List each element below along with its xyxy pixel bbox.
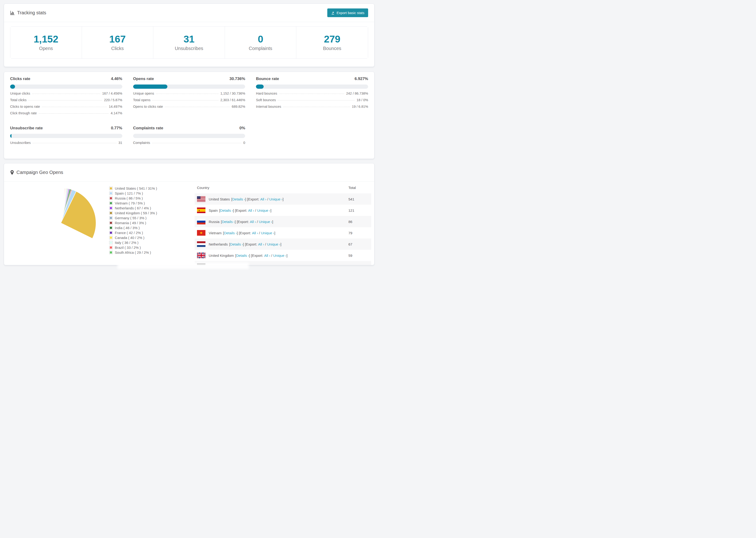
page-title: Tracking stats (17, 10, 46, 16)
bracket: ] (274, 231, 275, 235)
details-link[interactable]: Details › (230, 242, 243, 246)
country-cell: ★Vietnam[Details ›] [Export: All › / Uni… (197, 230, 349, 236)
rate-progress-track (256, 84, 368, 89)
rate-panel-title: Complaints rate (133, 126, 163, 131)
summary-value: 1,152 (33, 34, 58, 45)
export-unique-link[interactable]: Unique › (273, 253, 287, 257)
rate-progress-fill (10, 84, 15, 89)
bracket: ] [Export: (249, 253, 264, 257)
export-unique-link[interactable]: Unique › (259, 220, 272, 224)
country-cell: Netherlands[Details ›] [Export: All › / … (197, 241, 349, 247)
details-link[interactable]: Details › (220, 208, 233, 212)
dotted-leader (42, 107, 107, 107)
table-row: United Kingdom[Details ›] [Export: All ›… (195, 250, 371, 261)
legend-item: Germany ( 55 / 3% ) (109, 215, 157, 220)
detail-value: 18 / 0% (357, 98, 368, 102)
detail-value: 220 / 5.87% (104, 98, 122, 102)
detail-value: 689.82% (232, 105, 245, 108)
detail-label: Total clicks (10, 98, 27, 102)
rate-panel-title-row: Clicks rate4.46% (10, 77, 122, 81)
flag-es (197, 207, 205, 213)
flag-nl (197, 241, 205, 247)
export-all-link[interactable]: All › (258, 242, 264, 246)
export-all-link[interactable]: All › (252, 231, 258, 235)
export-unique-link[interactable]: Unique › (261, 231, 274, 235)
rate-progress-track (10, 134, 122, 138)
details-link[interactable]: Details › (222, 220, 235, 224)
geo-opens-pie-chart[interactable] (23, 186, 98, 260)
details-link[interactable]: Details › (232, 197, 245, 201)
detail-value: 14.497% (109, 105, 122, 108)
legend-swatch (109, 221, 113, 225)
legend-swatch-color (110, 246, 112, 248)
export-all-link[interactable]: All › (250, 220, 256, 224)
total-cell: 86 (349, 220, 371, 224)
country-name: Russia (209, 220, 220, 224)
country-name: Vietnam (209, 231, 222, 235)
legend-label: India ( 46 / 3% ) (115, 226, 140, 230)
summary-value: 0 (258, 34, 263, 45)
country-name: United Kingdom (209, 253, 234, 257)
rate-panel-unsubscribe-rate: Unsubscribe rate0.77%Unsubscribes31 (10, 126, 122, 147)
detail-label: Unique clicks (10, 91, 30, 95)
export-all-link[interactable]: All › (260, 197, 266, 201)
legend-swatch-color (110, 192, 112, 194)
details-link[interactable]: Details › (224, 231, 237, 235)
export-button-label: Export basic stats (337, 11, 364, 15)
legend-item: Spain ( 121 / 7% ) (109, 191, 157, 196)
summary-label: Clicks (111, 46, 124, 51)
legend-swatch-color (110, 217, 112, 219)
bracket: ] (287, 253, 287, 257)
legend-swatch (109, 236, 113, 240)
bracket: ] [Export: (237, 231, 252, 235)
table-row: United States[Details ›] [Export: All › … (195, 193, 371, 205)
summary-stats-row: 1,152Opens167Clicks31Unsubscribes0Compla… (10, 26, 368, 59)
export-all-link[interactable]: All › (264, 253, 270, 257)
summary-box-clicks: 167Clicks (82, 27, 153, 58)
rate-detail-row: Opens to clicks rate689.82% (133, 105, 245, 111)
rate-panel-title-row: Opens rate30.736% (133, 77, 245, 81)
geo-pie-legend: United States ( 541 / 31% )Spain ( 121 /… (109, 186, 157, 255)
rate-detail-row: Hard bounces242 / 86.738% (256, 91, 368, 98)
summary-value: 279 (324, 34, 341, 45)
legend-swatch-color (110, 242, 112, 243)
rate-detail-rows: Unique clicks167 / 4.456%Total clicks220… (10, 91, 122, 118)
detail-label: Opens to clicks rate (133, 105, 163, 108)
detail-label: Unique opens (133, 91, 154, 95)
geo-header: Campaign Geo Opens (4, 163, 374, 182)
rate-panel-percent: 6.927% (354, 77, 368, 81)
bracket: ] (280, 242, 281, 246)
tracking-stats-card: Tracking stats Export basic stats 1,152O… (4, 4, 374, 67)
rate-progress-track (133, 84, 245, 89)
legend-item: Netherlands ( 67 / 4% ) (109, 206, 157, 211)
bottom-scroll-overlay (117, 262, 249, 269)
bracket: ] (270, 208, 271, 212)
summary-label: Opens (39, 46, 53, 51)
rate-panel-title-row: Complaints rate0% (133, 126, 245, 131)
legend-swatch (109, 246, 113, 249)
bracket: ] [Export: (245, 197, 260, 201)
export-all-link[interactable]: All › (248, 208, 254, 212)
export-unique-link[interactable]: Unique › (269, 197, 283, 201)
rate-detail-row: Unsubscribes31 (10, 141, 122, 147)
country-cell: United Kingdom[Details ›] [Export: All ›… (197, 252, 349, 258)
slash: / (270, 253, 273, 257)
legend-swatch (109, 231, 113, 235)
export-icon (331, 11, 335, 15)
detail-value: 242 / 86.738% (346, 91, 368, 95)
geo-title: Campaign Geo Opens (17, 170, 63, 175)
rate-panel-title: Opens rate (133, 77, 154, 81)
export-unique-link[interactable]: Unique › (257, 208, 270, 212)
rate-panel-bounce-rate: Bounce rate6.927%Hard bounces242 / 86.73… (256, 77, 368, 118)
details-link[interactable]: Details › (236, 253, 249, 257)
total-cell: 67 (349, 242, 371, 246)
rate-detail-row: Total opens2,303 / 61.446% (133, 98, 245, 105)
legend-label: Italy ( 36 / 2% ) (115, 241, 138, 244)
export-basic-stats-button[interactable]: Export basic stats (327, 9, 368, 17)
legend-item: Russia ( 86 / 5% ) (109, 196, 157, 201)
country-cell: United States[Details ›] [Export: All › … (197, 196, 349, 202)
legend-item: Brazil ( 33 / 2% ) (109, 245, 157, 250)
dotted-leader (39, 113, 109, 114)
export-unique-link[interactable]: Unique › (267, 242, 281, 246)
detail-label: Internal bounces (256, 105, 281, 108)
